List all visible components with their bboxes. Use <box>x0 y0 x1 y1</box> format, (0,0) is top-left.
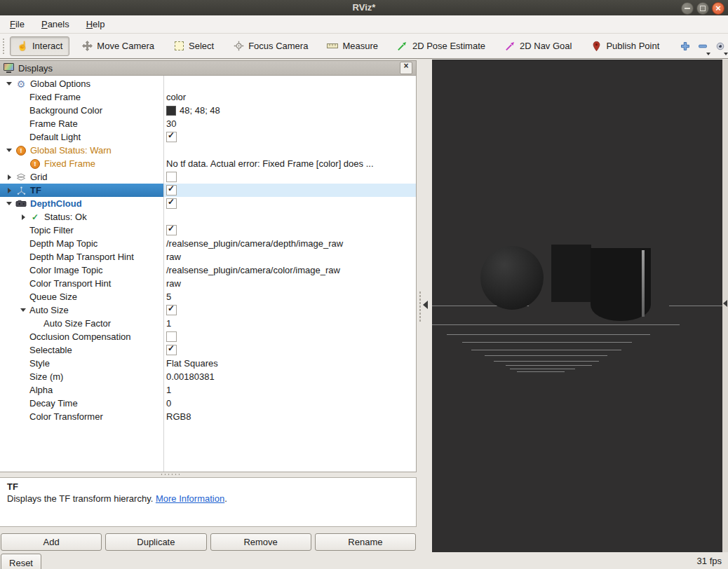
property-name-cell[interactable]: Topic Filter <box>0 224 163 237</box>
property-value[interactable]: 48; 48; 48 <box>180 105 220 116</box>
property-name-cell[interactable]: Color Image Topic <box>0 263 163 277</box>
reset-button[interactable]: Reset <box>1 554 41 569</box>
menu-help[interactable]: Help <box>83 18 108 31</box>
property-value-cell[interactable]: 1 <box>163 317 416 330</box>
property-value-cell[interactable]: Flat Squares <box>163 357 416 370</box>
property-value[interactable]: /realsense_plugin/camera/depth/image_raw <box>166 238 343 249</box>
tree-row-auto-size[interactable]: Auto Size <box>0 303 416 317</box>
property-value-cell[interactable]: 0.00180381 <box>163 370 416 383</box>
expand-arrow-icon[interactable] <box>3 188 15 193</box>
property-name-cell[interactable]: Style <box>0 357 163 370</box>
property-value-cell[interactable] <box>163 224 416 237</box>
tree-row-color-transport-hint[interactable]: Color Transport Hintraw <box>0 277 416 290</box>
property-value[interactable]: color <box>166 92 186 102</box>
tree-row-selectable[interactable]: Selectable <box>0 343 416 357</box>
property-value[interactable]: 0 <box>166 398 171 409</box>
property-name-cell[interactable]: ✓Status: Ok <box>0 210 163 224</box>
minimize-icon[interactable] <box>681 2 694 15</box>
property-name-cell[interactable]: Selectable <box>0 343 163 357</box>
tree-row-size-m-[interactable]: Size (m)0.00180381 <box>0 370 416 383</box>
checkbox[interactable] <box>166 132 177 142</box>
property-value[interactable]: 30 <box>166 118 176 129</box>
property-name-cell[interactable]: Auto Size <box>0 303 163 317</box>
tool-interact[interactable]: ☝Interact <box>10 36 69 56</box>
panel-viewport-splitter[interactable] <box>417 60 432 552</box>
property-name-cell[interactable]: Queue Size <box>0 290 163 303</box>
property-name-cell[interactable]: DepthCloud <box>0 197 163 210</box>
checkbox[interactable] <box>166 198 177 209</box>
property-name-cell[interactable]: Decay Time <box>0 397 163 410</box>
checkbox[interactable] <box>166 172 177 182</box>
property-value-cell[interactable]: /realsense_plugin/camera/depth/image_raw <box>163 237 416 250</box>
tree-row-global-status-warn[interactable]: !Global Status: Warn <box>0 144 416 157</box>
dropdown-caret-icon[interactable] <box>706 53 710 55</box>
property-name-cell[interactable]: Auto Size Factor <box>0 317 163 330</box>
property-name-cell[interactable]: Color Transport Hint <box>0 277 163 290</box>
expand-arrow-icon[interactable] <box>3 174 15 180</box>
tree-row-status-ok[interactable]: ✓Status: Ok <box>0 210 416 224</box>
tree-row-topic-filter[interactable]: Topic Filter <box>0 224 416 237</box>
tool-measure[interactable]: Measure <box>320 36 385 56</box>
property-name-cell[interactable]: Depth Map Transport Hint <box>0 250 163 263</box>
property-name-cell[interactable]: Size (m) <box>0 370 163 383</box>
property-name-cell[interactable]: !Global Status: Warn <box>0 144 163 157</box>
property-value-cell[interactable] <box>163 77 416 90</box>
tree-row-occlusion-compensation[interactable]: Occlusion Compensation <box>0 330 416 343</box>
property-value[interactable]: RGB8 <box>166 411 191 422</box>
property-value[interactable]: 5 <box>166 292 171 302</box>
checkbox[interactable] <box>166 225 177 235</box>
property-name-cell[interactable]: Occlusion Compensation <box>0 330 163 343</box>
collapse-arrow-icon[interactable] <box>3 202 15 205</box>
property-value-cell[interactable] <box>163 130 416 144</box>
property-value[interactable]: 0.00180381 <box>166 371 215 382</box>
property-name-cell[interactable]: TF <box>0 184 163 197</box>
tool-focus-camera[interactable]: Focus Camera <box>226 36 315 56</box>
tree-row-fixed-frame[interactable]: Fixed Framecolor <box>0 90 416 104</box>
rename-button[interactable]: Rename <box>315 533 416 551</box>
property-value[interactable]: Flat Squares <box>166 358 218 369</box>
checkbox[interactable] <box>166 185 177 196</box>
checkbox[interactable] <box>166 331 177 342</box>
property-value-cell[interactable]: 30 <box>163 117 416 130</box>
property-name-cell[interactable]: Frame Rate <box>0 117 163 130</box>
property-name-cell[interactable]: Color Transformer <box>0 410 163 423</box>
tree-row-depthcloud[interactable]: DepthCloud <box>0 197 416 210</box>
property-value-cell[interactable] <box>163 170 416 184</box>
panel-close-icon[interactable] <box>400 62 412 74</box>
property-name-cell[interactable]: Background Color <box>0 104 163 117</box>
render-viewport[interactable] <box>432 60 722 552</box>
displays-panel-header[interactable]: Displays <box>0 60 417 76</box>
checkbox[interactable] <box>166 345 177 355</box>
property-name-cell[interactable]: Default Light <box>0 130 163 144</box>
property-value-cell[interactable]: 5 <box>163 290 416 303</box>
property-value-cell[interactable]: raw <box>163 277 416 290</box>
checkbox[interactable] <box>166 305 177 315</box>
property-value-cell[interactable] <box>163 210 416 224</box>
tree-row-color-transformer[interactable]: Color TransformerRGB8 <box>0 410 416 423</box>
expand-arrow-icon[interactable] <box>17 214 29 220</box>
property-value-cell[interactable] <box>163 144 416 157</box>
tool-visibility-button[interactable] <box>715 37 726 55</box>
menu-panels[interactable]: Panels <box>39 18 72 31</box>
property-value-cell[interactable] <box>163 343 416 357</box>
property-value[interactable]: /realsense_plugin/camera/color/image_raw <box>166 265 340 275</box>
tree-row-decay-time[interactable]: Decay Time0 <box>0 397 416 410</box>
panel-splitter-handle[interactable] <box>160 473 180 477</box>
tool-2d-pose-estimate[interactable]: 2D Pose Estimate <box>390 36 492 56</box>
property-value[interactable]: 1 <box>166 318 171 329</box>
maximize-icon[interactable] <box>696 2 709 15</box>
tree-row-grid[interactable]: Grid <box>0 170 416 184</box>
property-name-cell[interactable]: Alpha <box>0 383 163 397</box>
property-value[interactable]: raw <box>166 252 181 262</box>
tree-row-color-image-topic[interactable]: Color Image Topic/realsense_plugin/camer… <box>0 263 416 277</box>
property-value-cell[interactable] <box>163 184 416 197</box>
tree-column-divider[interactable] <box>163 76 164 472</box>
tool-select[interactable]: Select <box>166 36 221 56</box>
tool-publish-point[interactable]: Publish Point <box>584 36 666 56</box>
property-value-cell[interactable]: 0 <box>163 397 416 410</box>
remove-tool-button[interactable] <box>697 37 708 55</box>
property-value[interactable]: raw <box>166 278 181 289</box>
collapse-arrow-icon[interactable] <box>3 82 15 85</box>
collapse-arrow-icon[interactable] <box>17 308 29 312</box>
more-information-link[interactable]: More Information <box>156 493 224 504</box>
